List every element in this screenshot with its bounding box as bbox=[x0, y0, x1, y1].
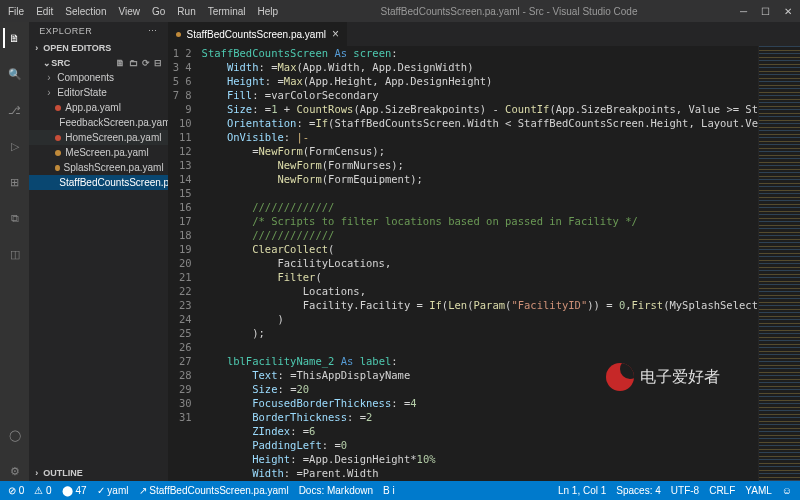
tab-close-icon[interactable]: × bbox=[332, 27, 339, 41]
open-editors-section[interactable]: ›OPEN EDITORS bbox=[29, 40, 167, 56]
status-item[interactable]: B i bbox=[383, 485, 395, 496]
explorer-sidebar: EXPLORER⋯ ›OPEN EDITORS ⌄SRC 🗎 🗀 ⟳ ⊟ ›Co… bbox=[29, 22, 167, 481]
explorer-title: EXPLORER bbox=[39, 26, 92, 36]
status-item[interactable]: ⬤ 47 bbox=[62, 485, 87, 496]
menu-edit[interactable]: Edit bbox=[36, 6, 53, 17]
status-item[interactable]: CRLF bbox=[709, 485, 735, 496]
minimap[interactable] bbox=[758, 46, 800, 481]
run-debug-icon[interactable]: ▷ bbox=[5, 136, 25, 156]
extensions-icon[interactable]: ⊞ bbox=[5, 172, 25, 192]
new-folder-icon[interactable]: 🗀 bbox=[129, 58, 138, 68]
collapse-icon[interactable]: ⊟ bbox=[154, 58, 162, 68]
more-icon[interactable]: ⋯ bbox=[148, 26, 158, 36]
dirty-indicator-icon bbox=[176, 32, 181, 37]
file-item[interactable]: MeScreen.pa.yaml bbox=[29, 145, 167, 160]
file-item[interactable]: App.pa.yaml bbox=[29, 100, 167, 115]
status-bar: ⊘ 0⚠ 0⬤ 47✓ yaml↗ StaffBedCountsScreen.p… bbox=[0, 481, 800, 500]
status-item[interactable]: Ln 1, Col 1 bbox=[558, 485, 606, 496]
search-icon[interactable]: 🔍 bbox=[5, 64, 25, 84]
code-editor[interactable]: StaffBedCountsScreen As screen: Width: =… bbox=[202, 46, 758, 481]
editor-tabs: StaffBedCountsScreen.pa.yaml × bbox=[168, 22, 800, 46]
line-numbers: 1 2 3 4 5 6 7 8 9 10 11 12 13 14 15 16 1… bbox=[168, 46, 202, 481]
maximize-icon[interactable]: ☐ bbox=[761, 6, 770, 17]
menu-bar: FileEditSelectionViewGoRunTerminalHelp bbox=[8, 6, 278, 17]
file-item[interactable]: StaffBedCountsScreen.pa.yaml bbox=[29, 175, 167, 190]
status-item[interactable]: ⚠ 0 bbox=[34, 485, 51, 496]
file-item[interactable]: SplashScreen.pa.yaml bbox=[29, 160, 167, 175]
menu-go[interactable]: Go bbox=[152, 6, 165, 17]
minimize-icon[interactable]: ─ bbox=[740, 6, 747, 17]
folder-item[interactable]: ›EditorState bbox=[29, 85, 167, 100]
editor-tab[interactable]: StaffBedCountsScreen.pa.yaml × bbox=[168, 22, 348, 46]
refresh-icon[interactable]: ⟳ bbox=[142, 58, 150, 68]
status-item[interactable]: Docs: Markdown bbox=[299, 485, 373, 496]
new-file-icon[interactable]: 🗎 bbox=[116, 58, 125, 68]
outline-section[interactable]: ›OUTLINE bbox=[29, 465, 167, 481]
settings-icon[interactable]: ⚙ bbox=[5, 461, 25, 481]
account-icon[interactable]: ◯ bbox=[5, 425, 25, 445]
menu-selection[interactable]: Selection bbox=[65, 6, 106, 17]
close-icon[interactable]: ✕ bbox=[784, 6, 792, 17]
menu-run[interactable]: Run bbox=[177, 6, 195, 17]
status-item[interactable]: YAML bbox=[745, 485, 772, 496]
file-item[interactable]: HomeScreen.pa.yaml bbox=[29, 130, 167, 145]
status-item[interactable]: ☺ bbox=[782, 485, 792, 496]
status-item[interactable]: UTF-8 bbox=[671, 485, 699, 496]
file-item[interactable]: FeedbackScreen.pa.yaml bbox=[29, 115, 167, 130]
status-item[interactable]: Spaces: 4 bbox=[616, 485, 660, 496]
status-item[interactable]: ⊘ 0 bbox=[8, 485, 24, 496]
references-icon[interactable]: ◫ bbox=[5, 244, 25, 264]
folder-item[interactable]: ›Components bbox=[29, 70, 167, 85]
menu-view[interactable]: View bbox=[119, 6, 141, 17]
menu-help[interactable]: Help bbox=[258, 6, 279, 17]
menu-terminal[interactable]: Terminal bbox=[208, 6, 246, 17]
status-item[interactable]: ✓ yaml bbox=[97, 485, 129, 496]
testing-icon[interactable]: ⧉ bbox=[5, 208, 25, 228]
status-item[interactable]: ↗ StaffBedCountsScreen.pa.yaml bbox=[139, 485, 289, 496]
menu-file[interactable]: File bbox=[8, 6, 24, 17]
source-control-icon[interactable]: ⎇ bbox=[5, 100, 25, 120]
explorer-icon[interactable]: 🗎 bbox=[3, 28, 25, 48]
src-root[interactable]: ⌄SRC 🗎 🗀 ⟳ ⊟ bbox=[29, 56, 167, 70]
activity-bar: 🗎 🔍 ⎇ ▷ ⊞ ⧉ ◫ ◯ ⚙ bbox=[0, 22, 29, 481]
tab-label: StaffBedCountsScreen.pa.yaml bbox=[187, 29, 326, 40]
window-title: StaffBedCountsScreen.pa.yaml - Src - Vis… bbox=[278, 6, 740, 17]
